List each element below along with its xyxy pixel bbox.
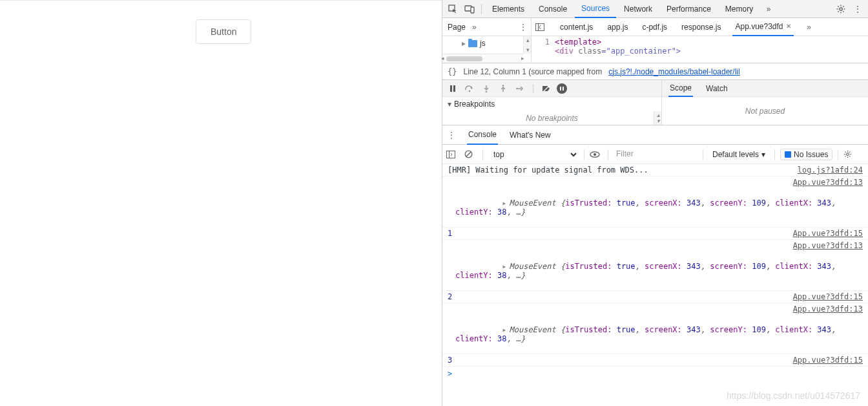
console-body[interactable]: [HMR] Waiting for update signal from WDS… [442,164,868,406]
hscroll-thumb[interactable] [446,56,482,61]
log-source-link[interactable]: App.vue?3dfd:13 [793,304,863,314]
log-source-link[interactable]: App.vue?3dfd:15 [793,229,863,238]
debug-right-pane: Scope Watch Not paused [662,80,868,125]
demo-button[interactable]: Button [196,19,251,44]
sources-nav-header[interactable]: Page » ⋮ [442,18,531,36]
context-select[interactable]: top [488,148,579,161]
svg-rect-15 [453,85,455,92]
tree-vscroll[interactable]: ▴ ▾ [523,36,531,54]
log-levels[interactable]: Default levels▾ [708,150,769,159]
pause-exceptions-icon[interactable] [557,83,567,94]
scroll-down-icon[interactable]: ▾ [524,46,532,54]
deactivate-breakpoints-icon[interactable] [540,82,553,95]
breakpoints-header[interactable]: ▾ Breakpoints [442,97,661,111]
no-breakpoints-text: No breakpoints [526,114,578,123]
svg-rect-25 [563,87,564,91]
log-source-link[interactable]: App.vue?3dfd:13 [793,241,863,250]
caret-right-icon[interactable]: ▸ [502,262,506,271]
file-tab-appvue[interactable]: App.vue?3dfd ✕ [732,18,793,36]
caret-right-icon[interactable]: ▸ [502,325,506,334]
step-icon[interactable] [513,82,526,95]
log-row-mouseevent[interactable]: ▸MouseEvent {isTrusted: true, screenX: 3… [442,188,868,228]
pause-icon[interactable] [446,82,459,95]
log-source-link[interactable]: App.vue?3dfd:13 [793,178,863,187]
source-map-link[interactable]: cjs.js?!./node_modules/babel-loader/lil [608,67,739,76]
svg-line-10 [838,11,838,12]
tree-folder-js[interactable]: ▸ js [446,37,527,49]
tab-elements[interactable]: Elements [486,1,531,17]
drawer-kebab-icon[interactable]: ⋮ [446,131,457,140]
code-editor[interactable]: 1<template> <div class="app_container"> [532,36,868,63]
code-text: <div [555,47,574,56]
tab-memory[interactable]: Memory [719,1,760,17]
step-out-icon[interactable] [497,82,510,95]
svg-point-32 [847,153,849,156]
issues-badge[interactable]: No Issues [780,149,832,160]
pretty-print-icon[interactable]: {} [448,67,457,76]
live-expression-icon[interactable] [590,151,603,158]
tab-sources[interactable]: Sources [575,0,616,18]
sources-row: Page » ⋮ ▸ js ▴ ▾ ◂ [442,18,868,63]
scroll-left-icon[interactable]: ◂ [441,55,444,61]
log-message: [HMR] Waiting for update signal from WDS… [448,166,798,175]
log-row-mouseevent[interactable]: ▸MouseEvent {isTrusted: true, screenX: 3… [442,251,868,291]
tree-hscroll[interactable]: ◂ ▸ [442,54,523,63]
filter-input[interactable] [614,148,698,160]
svg-point-20 [502,85,504,87]
close-tab-icon[interactable]: ✕ [786,23,791,30]
tab-network[interactable]: Network [617,1,659,17]
scroll-down-icon[interactable]: ▾ [654,117,662,125]
log-row: 1 App.vue?3dfd:15 [442,228,868,240]
file-tree[interactable]: ▸ js ▴ ▾ ◂ ▸ [442,36,531,63]
tab-console[interactable]: Console [532,1,574,17]
file-tab-contentjs[interactable]: content.js [557,19,595,36]
breakpoints-body: No breakpoints ▴ ▾ [442,111,661,125]
step-into-icon[interactable] [480,82,493,95]
log-row-mouseevent[interactable]: ▸MouseEvent {isTrusted: true, screenX: 3… [442,315,868,354]
page-nav-label: Page [448,23,466,32]
file-tab-cpdfjs[interactable]: c-pdf.js [639,19,670,36]
more-nav-icon[interactable]: » [472,23,477,32]
file-tab-responsejs[interactable]: response.js [679,19,723,36]
inspect-icon[interactable] [445,1,460,17]
drawer-tab-console[interactable]: Console [467,125,498,145]
tab-scope[interactable]: Scope [668,80,693,97]
folder-icon [468,40,477,47]
console-prompt[interactable]: > [442,367,868,381]
editor-status-bar: {} Line 12, Column 1 (source mapped from… [442,63,868,80]
breakpoints-title: Breakpoints [454,100,495,109]
file-tab-appjs[interactable]: app.js [604,19,630,36]
tab-performance[interactable]: Performance [660,1,718,17]
svg-line-29 [466,152,471,156]
bp-vscroll[interactable]: ▴ ▾ [654,111,661,125]
drawer-tab-whatsnew[interactable]: What's New [508,126,552,144]
svg-rect-26 [447,151,455,158]
caret-right-icon[interactable]: ▸ [502,198,506,208]
not-paused-text: Not paused [745,107,785,116]
tree-folder-label: js [480,39,486,48]
log-source-link[interactable]: App.vue?3dfd:15 [793,356,863,365]
clear-console-icon[interactable] [464,150,477,158]
log-message: 1 [448,229,793,238]
code-text: ="app_container"> [601,47,681,56]
tab-watch[interactable]: Watch [705,81,729,96]
debug-left-pane: ▾ Breakpoints No breakpoints ▴ ▾ [442,80,662,125]
settings-icon[interactable] [833,1,849,17]
scroll-up-icon[interactable]: ▴ [524,36,532,44]
toggle-navigator-icon[interactable] [535,23,548,31]
log-source-link[interactable]: App.vue?3dfd:15 [793,292,863,301]
svg-line-39 [845,156,846,156]
kebab-icon[interactable]: ⋮ [850,1,865,17]
svg-line-8 [838,6,838,6]
device-toggle-icon[interactable] [462,1,477,17]
sidebar-toggle-icon[interactable] [446,151,459,158]
scroll-right-icon[interactable]: ▸ [521,55,524,61]
more-file-tabs-icon[interactable]: » [803,23,816,32]
log-source-link[interactable]: log.js?1afd:24 [798,166,863,175]
step-over-icon[interactable] [463,82,476,95]
console-settings-icon[interactable] [843,150,856,158]
file-tab-bar: content.js app.js c-pdf.js response.js A… [532,18,868,36]
more-tabs-icon[interactable]: » [761,1,776,17]
nav-kebab-icon[interactable]: ⋮ [519,23,527,32]
svg-point-18 [486,91,488,92]
